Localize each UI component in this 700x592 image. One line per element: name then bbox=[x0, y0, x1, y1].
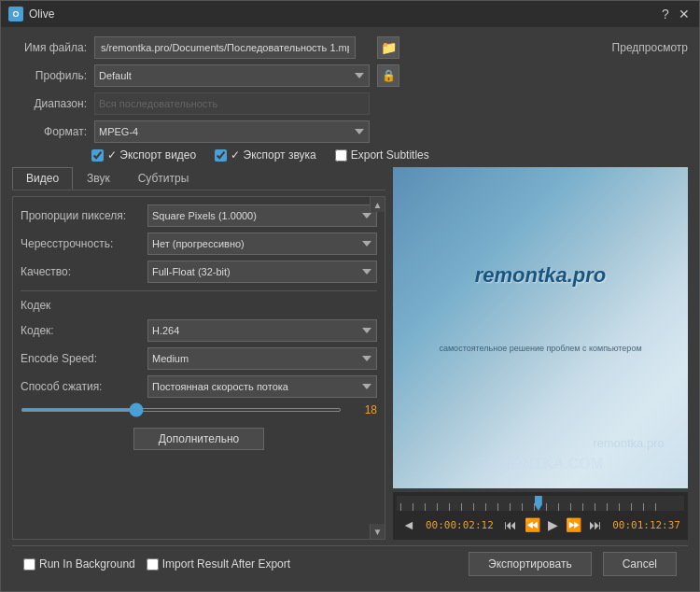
app-title: Olive bbox=[29, 7, 658, 21]
quality-slider-row: 18 bbox=[21, 403, 377, 416]
tick bbox=[631, 503, 632, 511]
tick bbox=[655, 503, 656, 511]
quality-select[interactable]: Full-Float (32-bit) bbox=[147, 261, 377, 283]
export-options-row: ✓ Экспорт видео ✓ Экспорт звука Export S… bbox=[91, 148, 688, 162]
export-subtitles-checkbox[interactable]: Export Subtitles bbox=[335, 148, 429, 162]
scroll-up-arrow[interactable]: ▲ bbox=[370, 197, 385, 212]
tab-video[interactable]: Видео bbox=[12, 167, 73, 190]
main-window: O Olive ? ✕ Имя файла: 📁 Предпросмотр Пр… bbox=[0, 0, 700, 592]
transport-buttons: ⏮ ⏪ ▶ ⏩ ⏭ bbox=[502, 515, 604, 534]
codec-label: Кодек: bbox=[21, 324, 142, 337]
bottom-bar: Run In Background Import Result After Ex… bbox=[12, 545, 688, 582]
preview-panel: remontka.pro самостоятельное решение про… bbox=[393, 167, 688, 540]
help-button[interactable]: ? bbox=[658, 7, 673, 21]
import-result-input[interactable] bbox=[147, 558, 159, 571]
format-field-container: MPEG-4 bbox=[94, 120, 370, 143]
browse-button[interactable]: 📁 bbox=[377, 36, 399, 59]
scroll-down-arrow[interactable]: ▼ bbox=[370, 524, 385, 539]
lock-button[interactable]: 🔒 bbox=[377, 64, 399, 87]
tick bbox=[400, 503, 401, 511]
filename-label: Имя файла: bbox=[12, 41, 87, 54]
timeline-controls: ◄ 00:00:02:12 ⏮ ⏪ ▶ ⏩ ⏭ 00:01:12:37 bbox=[397, 514, 684, 536]
tick bbox=[619, 503, 620, 511]
bitrate-select[interactable]: Постоянная скорость потока bbox=[147, 375, 377, 398]
quality-control: Full-Float (32-bit) bbox=[147, 261, 377, 283]
run-background-input[interactable] bbox=[23, 558, 35, 571]
export-video-input[interactable] bbox=[91, 149, 104, 162]
export-subtitles-label: Export Subtitles bbox=[351, 148, 429, 162]
interlacing-select[interactable]: Нет (прогрессивно) bbox=[147, 233, 377, 255]
export-audio-input[interactable] bbox=[215, 149, 227, 162]
profile-field-container: Default bbox=[94, 64, 370, 87]
export-video-checkbox[interactable]: ✓ Экспорт видео bbox=[91, 148, 196, 162]
tick bbox=[582, 503, 583, 511]
tab-audio[interactable]: Звук bbox=[73, 167, 124, 190]
encode-speed-control: Medium bbox=[147, 347, 377, 370]
tab-content-video: Пропорции пикселя: Square Pixels (1.0000… bbox=[12, 196, 385, 540]
export-subtitles-input[interactable] bbox=[335, 149, 347, 162]
encode-speed-select[interactable]: Medium bbox=[147, 347, 377, 370]
bitrate-row: Способ сжатия: Постоянная скорость поток… bbox=[21, 375, 377, 398]
import-result-label: Import Result After Export bbox=[162, 557, 290, 571]
tick bbox=[461, 503, 462, 511]
run-background-checkbox[interactable]: Run In Background bbox=[23, 557, 135, 571]
left-panel: Видео Звук Субтитры Пропорции пикселя: bbox=[12, 167, 385, 540]
preview-brand-text: remontka.pro bbox=[475, 263, 607, 288]
codec-select[interactable]: H.264 bbox=[147, 319, 377, 342]
tick bbox=[485, 503, 486, 511]
profile-label: Профиль: bbox=[12, 69, 87, 82]
tick bbox=[607, 503, 608, 511]
profile-row: Профиль: Default 🔒 bbox=[12, 64, 688, 87]
encode-speed-row: Encode Speed: Medium bbox=[21, 347, 377, 370]
range-row: Диапазон: Вся последовательность bbox=[12, 92, 688, 115]
go-end-button[interactable]: ⏭ bbox=[587, 515, 604, 534]
export-video-label: ✓ Экспорт видео bbox=[107, 148, 196, 162]
preview-label[interactable]: Предпросмотр bbox=[612, 41, 688, 54]
interlacing-label: Чересстрочность: bbox=[21, 237, 142, 250]
prev-frame-button[interactable]: ◄ bbox=[400, 515, 417, 534]
tick bbox=[570, 503, 571, 511]
encode-speed-label: Encode Speed: bbox=[21, 352, 142, 365]
pixel-aspect-control: Square Pixels (1.0000) bbox=[147, 204, 377, 227]
codec-control: H.264 bbox=[147, 319, 377, 342]
current-time-display: 00:00:02:12 bbox=[426, 519, 494, 531]
range-select[interactable]: Вся последовательность bbox=[94, 92, 370, 115]
cancel-button[interactable]: Cancel bbox=[603, 552, 677, 576]
tab-subtitles[interactable]: Субтитры bbox=[124, 167, 203, 190]
fast-forward-button[interactable]: ⏩ bbox=[564, 515, 583, 534]
total-time-display: 00:01:12:37 bbox=[612, 519, 680, 531]
app-logo: O bbox=[8, 7, 23, 21]
tick bbox=[413, 503, 413, 511]
play-button[interactable]: ▶ bbox=[546, 515, 560, 534]
filename-input[interactable] bbox=[94, 36, 356, 59]
preview-subtitle-text: самостоятельное решение проблем с компью… bbox=[439, 344, 641, 353]
format-select[interactable]: MPEG-4 bbox=[94, 120, 370, 143]
tick bbox=[497, 503, 498, 511]
quality-row: Качество: Full-Float (32-bit) bbox=[21, 261, 377, 283]
tick bbox=[522, 503, 523, 511]
pixel-aspect-label: Пропорции пикселя: bbox=[21, 209, 142, 222]
tick bbox=[437, 503, 438, 511]
preview-watermark: REMONTKA.COM bbox=[478, 456, 603, 472]
bitrate-control: Постоянная скорость потока bbox=[147, 375, 377, 398]
export-button[interactable]: Экспортировать bbox=[469, 552, 592, 576]
pixel-aspect-select[interactable]: Square Pixels (1.0000) bbox=[147, 204, 377, 227]
tick bbox=[643, 503, 644, 511]
tick bbox=[425, 503, 426, 511]
import-result-checkbox[interactable]: Import Result After Export bbox=[147, 557, 290, 571]
advanced-button[interactable]: Дополнительно bbox=[133, 428, 264, 450]
quality-slider[interactable] bbox=[21, 408, 342, 412]
tick bbox=[510, 503, 511, 511]
export-audio-checkbox[interactable]: ✓ Экспорт звука bbox=[215, 148, 316, 162]
format-label: Формат: bbox=[12, 125, 87, 138]
run-background-label: Run In Background bbox=[39, 557, 135, 571]
titlebar: O Olive ? ✕ bbox=[1, 1, 699, 27]
export-audio-label: ✓ Экспорт звука bbox=[231, 148, 316, 162]
bitrate-label: Способ сжатия: bbox=[21, 380, 142, 393]
pixel-aspect-row: Пропорции пикселя: Square Pixels (1.0000… bbox=[21, 204, 377, 227]
rewind-button[interactable]: ⏪ bbox=[523, 515, 542, 534]
quality-label: Качество: bbox=[21, 265, 142, 278]
close-button[interactable]: ✕ bbox=[677, 7, 692, 21]
go-start-button[interactable]: ⏮ bbox=[502, 515, 519, 534]
profile-select[interactable]: Default bbox=[94, 64, 370, 87]
